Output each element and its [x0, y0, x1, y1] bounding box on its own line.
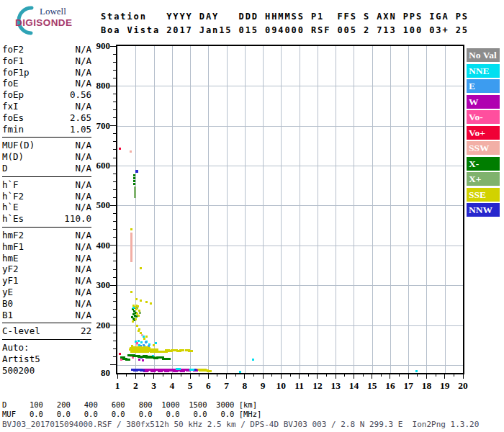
y-axis-minor-tick — [113, 102, 116, 102]
x-axis-minor-tick — [271, 374, 272, 377]
legend-item-vo+: Vo+ — [467, 126, 500, 140]
echo-point — [135, 298, 138, 300]
param-label: MUF(D) — [2, 140, 35, 151]
x-axis-tick-label: 4 — [163, 380, 181, 392]
echo-point — [415, 370, 418, 372]
x-axis-minor-tick — [308, 374, 309, 377]
x-axis-tick — [390, 374, 390, 379]
x-axis-tick-label: 19 — [436, 380, 454, 392]
x-axis-tick-label: 5 — [181, 380, 199, 392]
param-label: foE — [2, 78, 19, 89]
x-axis-tick — [135, 374, 136, 379]
y-axis-tick — [110, 86, 116, 86]
echo-point — [252, 359, 254, 361]
separator-line — [2, 339, 91, 340]
gridline-vertical — [135, 46, 136, 373]
x-axis-tick — [190, 374, 191, 379]
param-row: h`Es110.0 — [2, 213, 91, 225]
file-info-row: BVJ03_2017015094000.RSF / 380fx512h 50 k… — [2, 420, 479, 429]
param-label: h`E — [2, 202, 19, 213]
legend-item-ssw: SSW — [467, 141, 500, 155]
param-label: Auto: — [2, 342, 30, 354]
gridline-vertical — [190, 46, 191, 373]
y-axis-tick — [110, 364, 116, 365]
y-axis-tick — [110, 125, 116, 126]
x-axis-tick — [354, 374, 354, 379]
y-axis-minor-tick — [113, 133, 116, 134]
x-axis-tick — [372, 374, 372, 379]
y-axis-minor-tick — [113, 261, 116, 261]
gridline-horizontal — [117, 166, 463, 166]
param-label: foEp — [2, 89, 24, 101]
param-value: N/A — [75, 140, 91, 151]
legend-item-x+: X+ — [467, 172, 500, 186]
param-label: C-level — [2, 325, 40, 337]
param-label: hmF1 — [2, 241, 24, 253]
gridline-horizontal — [117, 205, 463, 206]
gridline-vertical — [300, 46, 300, 373]
x-axis-tick-label: 20 — [454, 380, 472, 392]
y-axis-minor-tick — [113, 348, 116, 349]
y-axis-minor-tick — [113, 213, 116, 214]
lowell-digisonde-logo: Lowell DIGISONDE — [6, 4, 91, 37]
echo-point — [135, 305, 138, 307]
param-label: B0 — [2, 298, 13, 310]
echo-point — [158, 370, 163, 372]
param-row: h`EN/A — [2, 202, 91, 213]
param-label: 500200 — [2, 365, 35, 377]
param-row: B1N/A — [2, 310, 91, 321]
y-axis-minor-tick — [113, 78, 116, 78]
param-row: yEN/A — [2, 287, 91, 298]
gridline-horizontal — [117, 126, 463, 127]
param-row: foEN/A — [2, 78, 91, 89]
gridline-horizontal — [117, 246, 463, 246]
param-row: fmin1.05 — [2, 124, 91, 135]
logo-text-digisonde: DIGISONDE — [15, 17, 72, 28]
param-label: fxI — [2, 101, 19, 112]
echo-point — [140, 300, 142, 302]
y-axis-tick — [110, 245, 116, 246]
legend-item-w: W — [467, 95, 500, 109]
param-label: M(D) — [2, 151, 24, 163]
x-axis-minor-tick — [126, 374, 127, 377]
separator-line — [2, 227, 91, 228]
echo-point — [130, 291, 132, 293]
param-value: N/A — [75, 253, 91, 264]
x-axis-tick — [444, 374, 445, 379]
x-axis-tick-label: 17 — [399, 380, 418, 392]
y-axis-minor-tick — [113, 277, 116, 278]
echo-point — [136, 325, 138, 327]
param-row: Artist5 — [2, 354, 91, 365]
header-column-titles: Station YYYY DAY DDD HHMMSS P1 FFS S AXN… — [101, 10, 469, 24]
x-axis-tick — [208, 374, 209, 379]
y-axis-tick-label: 700 — [86, 120, 110, 132]
x-axis-tick — [408, 374, 409, 379]
param-row: foEp0.56 — [2, 89, 91, 101]
header-column-values: Boa Vista 2017 Jan15 015 094000 RSF 005 … — [101, 24, 469, 37]
param-row: h`F2N/A — [2, 191, 91, 202]
echo-point — [150, 370, 156, 372]
gridline-vertical — [154, 46, 155, 373]
param-row: h`FN/A — [2, 179, 91, 191]
x-axis-tick-label: 13 — [326, 380, 345, 392]
x-axis-minor-tick — [199, 374, 199, 377]
y-axis-minor-tick — [113, 237, 116, 238]
logo-text-lowell: Lowell — [40, 6, 66, 17]
y-axis-minor-tick — [113, 309, 116, 310]
echo-point — [119, 148, 121, 150]
gridline-vertical — [208, 46, 209, 373]
x-axis-tick-label: 12 — [308, 380, 327, 392]
x-axis-minor-tick — [454, 374, 454, 377]
y-axis-minor-tick — [113, 109, 116, 110]
echo-point — [164, 370, 169, 372]
echo-point — [239, 371, 241, 373]
gridline-vertical — [372, 46, 373, 373]
y-axis-tick-label: 200 — [86, 320, 110, 331]
echo-point — [130, 228, 132, 230]
y-axis-minor-tick — [113, 341, 116, 341]
gridline-vertical — [281, 46, 282, 373]
legend-item-nne: NNE — [467, 64, 500, 78]
param-row: DN/A — [2, 163, 91, 174]
muf-row: MUF 0.0 0.0 0.0 0.0 0.0 0.0 0.0 0.0 [MHz… — [2, 410, 261, 418]
x-axis-tick-label: 8 — [235, 380, 254, 392]
